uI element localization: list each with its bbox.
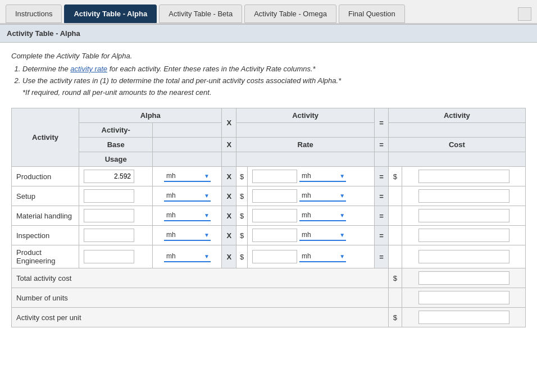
- total-row: Number of units: [12, 288, 526, 308]
- cost-cell-3[interactable]: [402, 226, 526, 245]
- usage-cell-1[interactable]: [79, 186, 153, 206]
- usage-input-4[interactable]: [84, 250, 134, 263]
- rate-cell-2[interactable]: mhdhsetupsordersinspectionshours▼: [248, 206, 375, 226]
- rate-select-3[interactable]: mhdhsetupsordersinspectionshours: [299, 230, 346, 240]
- unit-select-3[interactable]: mhdhsetupsordersinspectionshours: [164, 230, 211, 240]
- instructions-list: Determine the activity rate for each act…: [22, 65, 526, 85]
- rate-select-0[interactable]: mhdhsetupsordersinspectionshours: [299, 171, 346, 181]
- cost-input-3[interactable]: [418, 229, 509, 242]
- total-input-2[interactable]: [418, 311, 509, 324]
- usage-cell-0[interactable]: [79, 167, 153, 186]
- usage-input-1[interactable]: [84, 189, 134, 203]
- instructions-note: *If required, round all per-unit amounts…: [22, 88, 526, 97]
- unit-cell-2[interactable]: mhdhsetupsordersinspectionshours▼: [153, 206, 222, 226]
- activity-rate-link[interactable]: activity rate: [70, 65, 107, 73]
- rate-cell-1[interactable]: mhdhsetupsordersinspectionshours▼: [248, 186, 375, 206]
- total-prefix-2: $: [388, 308, 402, 327]
- tab-activity-omega[interactable]: Activity Table - Omega: [244, 4, 336, 23]
- usage-input-0[interactable]: [84, 170, 134, 183]
- th-activity-label: Activity: [12, 108, 79, 167]
- tab-activity-beta[interactable]: Activity Table - Beta: [159, 4, 242, 23]
- th-rate: Rate: [236, 138, 375, 152]
- usage-cell-2[interactable]: [79, 206, 153, 226]
- unit-cell-3[interactable]: mhdhsetupsordersinspectionshours▼: [153, 226, 222, 245]
- cost-cell-0[interactable]: [402, 167, 526, 186]
- usage-cell-3[interactable]: [79, 226, 153, 245]
- rate-input-0[interactable]: [252, 170, 297, 183]
- eq-cell-2: =: [375, 206, 389, 226]
- cost-prefix-0: $: [388, 167, 402, 186]
- rate-prefix-1: $: [236, 186, 248, 206]
- eq-cell-0: =: [375, 167, 389, 186]
- th-empty-sub: [153, 123, 222, 138]
- usage-input-2[interactable]: [84, 209, 134, 222]
- activity-table: Activity Alpha X Activity = Activity: [11, 108, 526, 327]
- total-input-cell-1[interactable]: [402, 288, 526, 308]
- instructions-block: Complete the Activity Table for Alpha. D…: [11, 52, 526, 97]
- cost-cell-4[interactable]: [402, 245, 526, 268]
- usage-cell-4[interactable]: [79, 245, 153, 268]
- cost-cell-1[interactable]: [402, 186, 526, 206]
- total-input-cell-0[interactable]: [402, 268, 526, 288]
- tab-bar: Instructions Activity Table - Alpha Acti…: [0, 0, 537, 24]
- total-input-1[interactable]: [418, 291, 509, 304]
- th-activity-cost-header: Activity: [388, 108, 525, 123]
- rate-select-2[interactable]: mhdhsetupsordersinspectionshours: [299, 210, 346, 220]
- main-content: Complete the Activity Table for Alpha. D…: [0, 43, 537, 336]
- th-x-3: [222, 152, 236, 167]
- cost-input-1[interactable]: [418, 189, 509, 203]
- total-input-cell-2[interactable]: [402, 308, 526, 327]
- rate-prefix-0: $: [236, 167, 248, 186]
- th-alpha: Alpha: [79, 108, 222, 123]
- total-row: Activity cost per unit$: [12, 308, 526, 327]
- unit-select-2[interactable]: mhdhsetupsordersinspectionshours: [164, 210, 211, 220]
- tab-activity-alpha[interactable]: Activity Table - Alpha: [64, 4, 157, 23]
- total-label-2: Activity cost per unit: [12, 308, 389, 327]
- rate-input-3[interactable]: [252, 229, 297, 242]
- unit-select-1[interactable]: mhdhsetupsordersinspectionshours: [164, 190, 211, 200]
- unit-select-0[interactable]: mhdhsetupsordersinspectionshours: [164, 171, 211, 181]
- rate-cell-4[interactable]: mhdhsetupsordersinspectionshours▼: [248, 245, 375, 268]
- th-eq-2: =: [375, 138, 389, 152]
- corner-box: [518, 7, 531, 21]
- th-empty-cost-sub: [388, 123, 525, 138]
- th-unit: [153, 152, 222, 167]
- cost-input-4[interactable]: [418, 250, 509, 263]
- rate-cell-0[interactable]: mhdhsetupsordersinspectionshours▼: [248, 167, 375, 186]
- tab-final-question[interactable]: Final Question: [339, 4, 405, 23]
- rate-input-2[interactable]: [252, 209, 297, 222]
- th-rate-2: [236, 152, 375, 167]
- cost-prefix-1: [388, 186, 402, 206]
- rate-cell-3[interactable]: mhdhsetupsordersinspectionshours▼: [248, 226, 375, 245]
- cost-cell-2[interactable]: [402, 206, 526, 226]
- unit-cell-0[interactable]: mhdhsetupsordersinspectionshours▼: [153, 167, 222, 186]
- total-prefix-0: $: [388, 268, 402, 288]
- rate-select-4[interactable]: mhdhsetupsordersinspectionshours: [299, 251, 346, 261]
- rate-input-1[interactable]: [252, 189, 297, 203]
- cost-input-2[interactable]: [418, 209, 509, 222]
- table-row: Productionmhdhsetupsordersinspectionshou…: [12, 167, 526, 186]
- th-usage: Usage: [79, 152, 153, 167]
- unit-cell-1[interactable]: mhdhsetupsordersinspectionshours▼: [153, 186, 222, 206]
- rate-select-1[interactable]: mhdhsetupsordersinspectionshours: [299, 190, 346, 200]
- unit-select-4[interactable]: mhdhsetupsordersinspectionshours: [164, 251, 211, 261]
- unit-cell-4[interactable]: mhdhsetupsordersinspectionshours▼: [153, 245, 222, 268]
- x-cell-0: X: [222, 167, 236, 186]
- row-label-4: Product Engineering: [12, 245, 79, 268]
- cost-input-0[interactable]: [418, 170, 509, 183]
- tab-instructions[interactable]: Instructions: [6, 4, 62, 23]
- th-eq: =: [375, 108, 389, 138]
- eq-cell-1: =: [375, 186, 389, 206]
- eq-cell-3: =: [375, 226, 389, 245]
- row-label-3: Inspection: [12, 226, 79, 245]
- total-prefix-1: [388, 288, 402, 308]
- section-header: Activity Table - Alpha: [0, 24, 537, 43]
- cost-prefix-4: [388, 245, 402, 268]
- x-cell-4: X: [222, 245, 236, 268]
- total-input-0[interactable]: [418, 271, 509, 285]
- row-label-0: Production: [12, 167, 79, 186]
- rate-prefix-4: $: [236, 245, 248, 268]
- usage-input-3[interactable]: [84, 229, 134, 242]
- rate-input-4[interactable]: [252, 250, 297, 263]
- instruction-step-1: Determine the activity rate for each act…: [22, 65, 526, 73]
